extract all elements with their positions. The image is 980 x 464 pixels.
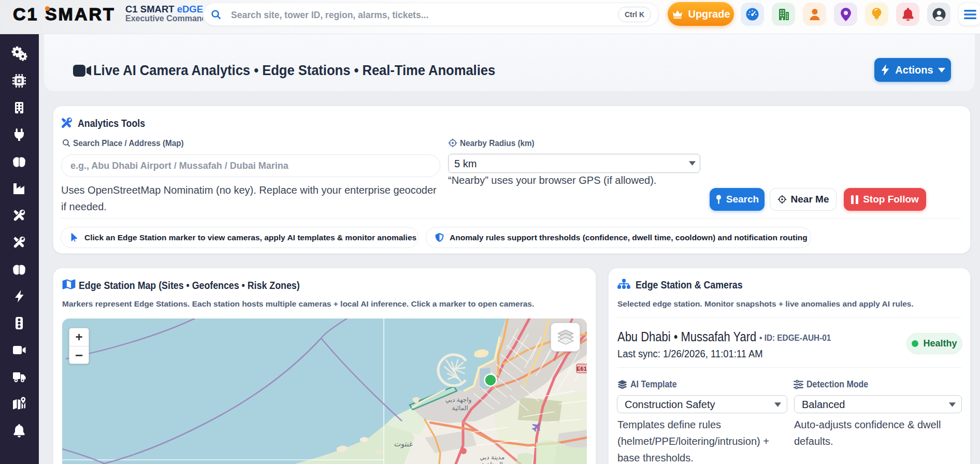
svg-text:مدينة دبي: مدينة دبي [480,454,505,461]
svg-text:E61: E61 [577,366,587,372]
svg-text:واجهة دبي: واجهة دبي [445,396,472,404]
svg-text:المائية: المائية [452,404,468,412]
svg-text:الصناعية: الصناعية [481,461,503,464]
svg-text:غنتوت: غنتوت [394,440,413,448]
